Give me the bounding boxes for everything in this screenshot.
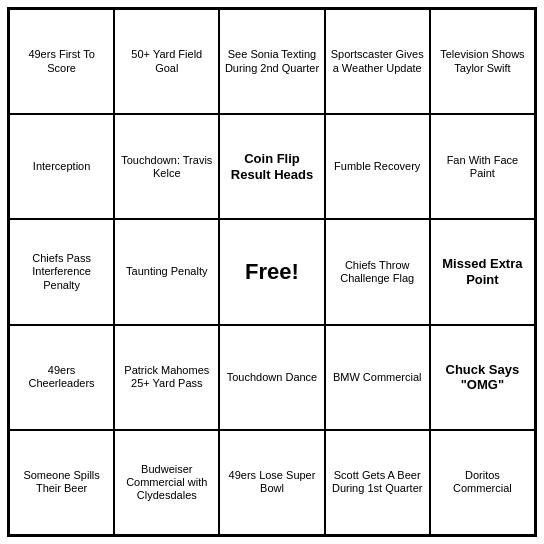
bingo-cell-r1c1[interactable]: Touchdown: Travis Kelce: [114, 114, 219, 219]
bingo-cell-r0c0[interactable]: 49ers First To Score: [9, 9, 114, 114]
bingo-cell-r0c2[interactable]: See Sonia Texting During 2nd Quarter: [219, 9, 324, 114]
bingo-cell-r3c3[interactable]: BMW Commercial: [325, 325, 430, 430]
bingo-cell-r1c3[interactable]: Fumble Recovery: [325, 114, 430, 219]
bingo-cell-r2c4[interactable]: Missed Extra Point: [430, 219, 535, 324]
bingo-cell-r2c1[interactable]: Taunting Penalty: [114, 219, 219, 324]
bingo-cell-r0c3[interactable]: Sportscaster Gives a Weather Update: [325, 9, 430, 114]
bingo-cell-r3c0[interactable]: 49ers Cheerleaders: [9, 325, 114, 430]
bingo-card: 49ers First To Score50+ Yard Field GoalS…: [7, 7, 537, 537]
bingo-cell-r2c0[interactable]: Chiefs Pass Interference Penalty: [9, 219, 114, 324]
bingo-cell-r2c3[interactable]: Chiefs Throw Challenge Flag: [325, 219, 430, 324]
bingo-cell-r1c0[interactable]: Interception: [9, 114, 114, 219]
bingo-cell-r1c4[interactable]: Fan With Face Paint: [430, 114, 535, 219]
bingo-cell-r1c2[interactable]: Coin Flip Result Heads: [219, 114, 324, 219]
bingo-cell-r3c4[interactable]: Chuck Says "OMG": [430, 325, 535, 430]
bingo-cell-r3c1[interactable]: Patrick Mahomes 25+ Yard Pass: [114, 325, 219, 430]
bingo-cell-r4c2[interactable]: 49ers Lose Super Bowl: [219, 430, 324, 535]
bingo-cell-r4c0[interactable]: Someone Spills Their Beer: [9, 430, 114, 535]
bingo-cell-r3c2[interactable]: Touchdown Dance: [219, 325, 324, 430]
bingo-cell-r4c3[interactable]: Scott Gets A Beer During 1st Quarter: [325, 430, 430, 535]
bingo-cell-r2c2[interactable]: Free!: [219, 219, 324, 324]
bingo-cell-r4c4[interactable]: Doritos Commercial: [430, 430, 535, 535]
bingo-cell-r0c4[interactable]: Television Shows Taylor Swift: [430, 9, 535, 114]
bingo-cell-r4c1[interactable]: Budweiser Commercial with Clydesdales: [114, 430, 219, 535]
bingo-cell-r0c1[interactable]: 50+ Yard Field Goal: [114, 9, 219, 114]
